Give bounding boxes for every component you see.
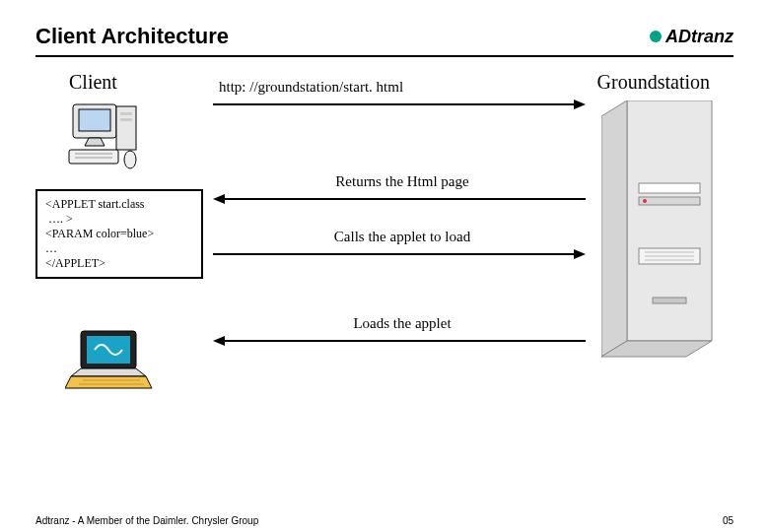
server-rack-icon — [601, 100, 720, 376]
arrow-head-icon — [574, 100, 586, 109]
arrow-left-icon — [225, 198, 586, 200]
step-label: Loads the applet — [213, 315, 586, 332]
arrow-right-icon — [213, 103, 574, 105]
step-label: http: //groundstation/start. html — [213, 79, 586, 96]
groundstation-column-label: Groundstation — [597, 71, 710, 94]
code-line: <APPLET start.class — [45, 197, 145, 211]
logo-dot-icon — [650, 31, 662, 42]
slide-title: Client Architecture — [35, 24, 229, 49]
svg-point-15 — [643, 199, 647, 203]
client-column-label: Client — [69, 71, 117, 94]
arrows-layer: http: //groundstation/start. html Return… — [213, 71, 586, 445]
adtranz-logo: ADtranz — [650, 27, 734, 47]
laptop-icon — [65, 327, 154, 400]
step-request-url: http: //groundstation/start. html — [213, 79, 586, 111]
title-row: Client Architecture ADtranz — [35, 24, 734, 49]
svg-rect-13 — [639, 183, 700, 193]
step-load-applet: Loads the applet — [213, 315, 586, 348]
svg-rect-4 — [120, 118, 132, 121]
diagram-area: Client Groundstation <APPLET start.class… — [35, 71, 734, 445]
footer-text: Adtranz - A Member of the Daimler. Chrys… — [35, 515, 258, 526]
code-line: …. > — [45, 212, 73, 226]
title-divider — [35, 55, 734, 57]
arrow-left-icon — [225, 340, 586, 342]
page-number: 05 — [723, 515, 734, 526]
logo-text: ADtranz — [665, 27, 734, 47]
step-label: Calls the applet to load — [213, 229, 586, 245]
arrow-head-icon — [574, 249, 586, 259]
code-line: </APPLET> — [45, 256, 105, 270]
svg-rect-20 — [653, 298, 686, 303]
slide: Client Architecture ADtranz Client Groun… — [0, 0, 769, 532]
code-line: … — [45, 241, 57, 255]
code-line: <PARAM color=blue> — [45, 227, 154, 240]
desktop-computer-icon — [65, 100, 144, 173]
arrow-head-icon — [213, 336, 225, 346]
svg-rect-3 — [120, 112, 132, 115]
svg-point-8 — [124, 151, 136, 168]
applet-html-code-box: <APPLET start.class …. > <PARAM color=bl… — [35, 189, 203, 279]
step-return-page: Returns the Html page — [213, 173, 586, 206]
arrow-head-icon — [213, 194, 225, 204]
svg-rect-5 — [69, 150, 118, 164]
step-label: Returns the Html page — [213, 173, 586, 190]
svg-rect-1 — [79, 109, 110, 131]
arrow-right-icon — [213, 253, 574, 255]
svg-rect-14 — [639, 197, 700, 205]
step-call-applet: Calls the applet to load — [213, 229, 586, 261]
